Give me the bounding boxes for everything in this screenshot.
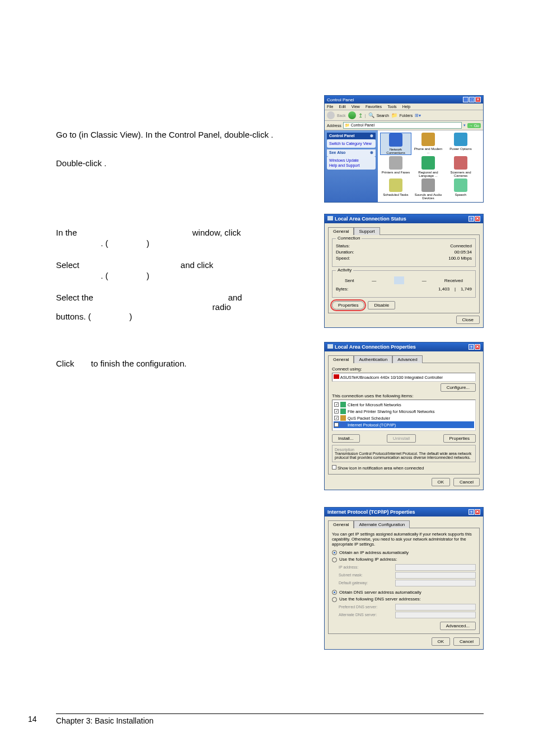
address-dropdown-icon[interactable]: ▾ xyxy=(463,123,466,128)
close-button[interactable]: Close xyxy=(456,316,480,324)
collapse-icon[interactable]: ⊗ xyxy=(370,151,373,155)
cp-icon-speech[interactable]: Speech xyxy=(445,179,476,200)
maximize-icon[interactable]: □ xyxy=(469,97,475,102)
step2a: Double-click xyxy=(56,158,104,168)
menu-favorites[interactable]: Favorites xyxy=(366,105,382,109)
step2b: . xyxy=(104,158,106,168)
duration-value: 00:05:34 xyxy=(455,250,472,255)
search-label: Search xyxy=(377,114,389,118)
tab-advanced[interactable]: Advanced xyxy=(392,355,423,363)
cp-icon-network-connections[interactable]: Network Connections xyxy=(380,133,411,155)
radio-ip-auto[interactable] xyxy=(332,550,337,555)
s4a: Select xyxy=(56,260,82,270)
configure-button[interactable]: Configure... xyxy=(441,383,476,392)
adns-input xyxy=(395,612,476,618)
cp-icon-sounds[interactable]: Sounds and Audio Devices xyxy=(413,179,444,200)
search-icon[interactable]: 🔍 xyxy=(368,112,374,118)
description-label: Description xyxy=(335,448,473,452)
close-icon[interactable]: ✕ xyxy=(475,216,480,222)
cp-icon-power-options[interactable]: Power Options xyxy=(445,133,476,155)
adns-label: Alternate DNS server: xyxy=(339,613,392,617)
gw-input xyxy=(395,580,476,586)
menu-file[interactable]: File xyxy=(327,105,333,109)
menu-edit[interactable]: Edit xyxy=(339,105,346,109)
status-label: Status: xyxy=(336,243,350,248)
views-icon[interactable]: ⊞▾ xyxy=(415,113,421,118)
menu-help[interactable]: Help xyxy=(402,105,410,109)
radio-ip-manual[interactable] xyxy=(332,557,337,562)
s3b: window, click xyxy=(190,228,241,237)
uninstall-button[interactable]: Uninstall xyxy=(387,434,416,443)
radio-dns-manual[interactable] xyxy=(332,597,337,602)
s4b: and click xyxy=(178,260,213,270)
collapse-icon[interactable]: ⊗ xyxy=(370,134,373,138)
folder-icon: 📁 xyxy=(345,123,350,127)
instruction-text-block-2: In the Local Area Connection Status wind… xyxy=(56,214,307,336)
cancel-button[interactable]: Cancel xyxy=(453,637,480,646)
tab-general[interactable]: General xyxy=(328,520,354,528)
tab-general[interactable]: General xyxy=(328,227,354,235)
properties-button[interactable]: Properties xyxy=(332,301,364,309)
tcpip-intro: You can get IP settings assigned automat… xyxy=(332,532,476,547)
help-icon[interactable]: ? xyxy=(469,344,474,350)
tab-altconfig[interactable]: Alternate Configuration xyxy=(354,520,410,528)
ok-button[interactable]: OK xyxy=(432,478,451,486)
address-label: Address xyxy=(327,124,341,128)
step1c: . xyxy=(271,130,273,139)
forward-icon[interactable] xyxy=(348,111,356,119)
tab-auth[interactable]: Authentication xyxy=(354,355,392,363)
close-icon[interactable]: ✕ xyxy=(475,509,480,515)
disable-button[interactable]: Disable xyxy=(368,301,395,309)
duration-label: Duration: xyxy=(336,250,354,255)
help-icon[interactable]: ? xyxy=(469,509,474,515)
tab-support[interactable]: Support xyxy=(354,227,380,235)
showicon-label: Show icon in notification area when conn… xyxy=(338,466,424,471)
pdns-label: Preferred DNS server: xyxy=(339,605,392,609)
status-title: Local Area Connection Status xyxy=(335,216,406,222)
s6b: to finish the configuration. xyxy=(88,359,186,368)
items-listbox[interactable]: ✓Client for Microsoft Networks ✓File and… xyxy=(332,400,476,431)
cp-icon-regional[interactable]: Regional and Language ... xyxy=(413,156,444,177)
windows-update-link[interactable]: Windows Update xyxy=(329,158,373,163)
status-value: Connected xyxy=(450,243,472,248)
cp-menubar[interactable]: File Edit View Favorites Tools Help xyxy=(325,104,483,110)
advanced-button[interactable]: Advanced... xyxy=(440,622,476,630)
showicon-checkbox[interactable] xyxy=(332,465,336,469)
tcpip-title: Internet Protocol (TCP/IP) Properties xyxy=(327,509,415,515)
help-support-link[interactable]: Help and Support xyxy=(329,163,373,168)
install-button[interactable]: Install... xyxy=(332,434,360,443)
help-icon[interactable]: ? xyxy=(469,216,474,222)
see-also-header: See Also xyxy=(329,151,345,155)
cp-icon-scanners[interactable]: Scanners and Cameras xyxy=(445,156,476,177)
speed-label: Speed: xyxy=(336,256,350,261)
cancel-button[interactable]: Cancel xyxy=(453,478,480,486)
radio-dns-auto[interactable] xyxy=(332,590,337,595)
back-icon[interactable] xyxy=(327,111,335,119)
tab-general[interactable]: General xyxy=(328,355,354,363)
up-icon[interactable]: ↥ xyxy=(358,112,363,119)
item-properties-button[interactable]: Properties xyxy=(443,434,476,443)
ip-label: IP address: xyxy=(339,565,392,569)
switch-view-link[interactable]: Switch to Category View xyxy=(329,141,373,146)
folders-icon[interactable]: 📁 xyxy=(391,112,397,118)
cp-icon-scheduled[interactable]: Scheduled Tasks xyxy=(380,179,411,200)
cp-sidebar: Control Panel⊗ Switch to Category View S… xyxy=(325,130,378,202)
cp-icon-printers[interactable]: Printers and Faxes xyxy=(380,156,411,177)
menu-view[interactable]: View xyxy=(352,105,360,109)
checkbox-icon[interactable]: ✓ xyxy=(334,416,339,420)
checkbox-icon[interactable]: ✓ xyxy=(334,409,339,414)
cp-icon-phone-modem[interactable]: Phone and Modem ... xyxy=(413,133,444,155)
checkbox-icon[interactable]: ✓ xyxy=(334,422,339,427)
close-icon[interactable]: ✕ xyxy=(475,97,481,102)
checkbox-icon[interactable]: ✓ xyxy=(334,402,339,407)
instruction-text-block-3: Click OK to finish the configuration. xyxy=(56,342,307,499)
ok-button[interactable]: OK xyxy=(432,637,451,646)
menu-tools[interactable]: Tools xyxy=(387,105,396,109)
lac-icon xyxy=(327,216,333,220)
address-input[interactable]: 📁 Control Panel xyxy=(343,122,462,129)
close-icon[interactable]: ✕ xyxy=(475,344,480,350)
minimize-icon[interactable]: _ xyxy=(463,97,469,102)
go-button[interactable]: → Go xyxy=(467,123,481,128)
page-number: 14 xyxy=(28,715,37,724)
bytes-label: Bytes: xyxy=(336,287,348,292)
